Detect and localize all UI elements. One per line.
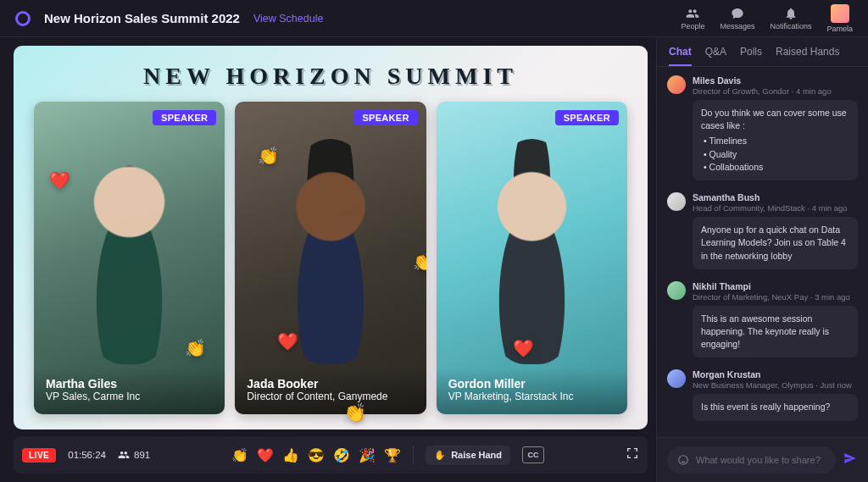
tab-polls[interactable]: Polls [740,46,762,66]
chat-text: Do you think we can cover some use cases… [701,108,847,130]
nav-label: Notifications [770,22,811,30]
stage-controls: LIVE 01:56:24 891 👏 ❤️ 👍 😎 🤣 🎉 🏆 [14,436,648,474]
reaction-cool[interactable]: 😎 [308,447,325,463]
reaction-trophy[interactable]: 🏆 [384,447,401,463]
fullscreen-button[interactable] [626,446,639,463]
smile-icon [677,454,689,466]
reaction-clap[interactable]: 👏 [231,447,248,463]
chat-message: Morgan Krustan New Business Manager, Oly… [667,369,858,420]
nav-notifications[interactable]: Notifications [770,7,811,30]
chat-author: Nikhil Thampi [693,281,751,291]
chat-bubble: Is this event is really happening? [693,394,858,420]
chat-meta: Head of Community, MindStack · 4 min ago [693,203,858,213]
tab-raised-hands[interactable]: Raised Hands [776,46,839,66]
heart-icon: ❤️ [49,170,70,191]
nav-label: Messages [720,22,754,30]
attendee-count: 891 [118,449,150,461]
speaker-badge: SPEAKER [153,110,216,125]
fullscreen-icon [626,446,639,460]
avatar [667,369,686,388]
send-button[interactable] [843,451,858,469]
chat-author: Samantha Bush [693,192,760,202]
speaker-portrait [72,139,186,364]
tab-qa[interactable]: Q&A [705,46,726,66]
top-bar: New Horizon Sales Summit 2022 View Sched… [0,0,868,37]
chat-input-wrapper[interactable] [667,446,836,474]
event-title: New Horizon Sales Summit 2022 [44,11,240,25]
hand-icon: ✋ [434,450,446,461]
live-badge: LIVE [22,448,56,463]
speaker-tile[interactable]: SPEAKER 👏 ❤️ 👏 Jada Booker Director of C… [235,102,426,414]
chat-message: Nikhil Thampi Director of Marketing, Neu… [667,281,858,358]
speaker-badge: SPEAKER [353,110,417,125]
chat-bullet: Timelines [704,135,849,147]
chat-bubble: Anyone up for a quick chat on Data Learn… [693,217,858,269]
avatar [667,281,686,300]
speaker-role: VP Marketing, Starstack Inc [448,391,615,402]
avatar [831,4,849,23]
speaker-name: Gordon Miller [448,377,615,391]
raise-hand-button[interactable]: ✋ Raise Hand [426,446,510,465]
chat-bubble: Do you think we can cover some use cases… [693,100,858,180]
chat-input-row [657,437,868,482]
session-timer: 01:56:24 [68,450,106,460]
chat-author: Miles Davis [693,75,741,86]
nav-user[interactable]: Pamela [826,4,853,33]
speaker-role: Director of Content, Ganymede [247,391,414,402]
chat-bubble: This is an awesome session happening. Th… [693,306,858,358]
chat-meta: Director of Growth, Gondor · 4 min ago [693,86,858,96]
video-stage: NEW HORIZON SUMMIT SPEAKER ❤️ 👏 Martha G… [14,46,648,429]
chat-message: Miles Davis Director of Growth, Gondor ·… [667,75,858,180]
nav-label: People [681,22,704,30]
speaker-tile[interactable]: SPEAKER ❤️ Gordon Miller VP Marketing, S… [437,102,627,414]
chat-meta: New Business Manager, Olympus · Just now [693,380,858,390]
avatar [667,192,686,211]
chat-message: Samantha Bush Head of Community, MindSta… [667,192,858,269]
reaction-laugh[interactable]: 🤣 [333,447,350,463]
clap-icon: 👏 [258,146,279,166]
svg-point-0 [679,456,688,465]
chat-list[interactable]: Miles Davis Director of Growth, Gondor ·… [657,67,868,437]
people-icon [118,449,130,461]
chat-bullet: Collaboations [704,161,849,174]
speaker-portrait [273,139,387,364]
chat-meta: Director of Marketing, NeuX Pay · 3 min … [693,292,858,302]
bell-icon [784,7,798,20]
divider [413,446,414,464]
chat-input[interactable] [696,455,826,465]
chat-bullet: Quality [704,148,849,161]
tab-chat[interactable]: Chat [669,46,692,66]
speaker-name: Martha Giles [46,377,213,391]
speaker-role: VP Sales, Carme Inc [46,391,213,402]
sidebar: Chat Q&A Polls Raised Hands Miles Davis … [656,37,868,482]
reaction-heart[interactable]: ❤️ [257,447,274,463]
speaker-portrait [475,139,589,364]
brand-logo-icon [15,11,31,26]
reaction-party[interactable]: 🎉 [359,447,376,463]
chat-bubble-icon [731,7,744,20]
speaker-tile[interactable]: SPEAKER ❤️ 👏 Martha Giles VP Sales, Carm… [34,102,225,414]
stage-banner: NEW HORIZON SUMMIT [14,46,648,95]
raise-hand-label: Raise Hand [451,450,502,460]
send-icon [843,451,858,466]
reaction-thumbs-up[interactable]: 👍 [282,447,299,463]
closed-captions-button[interactable]: CC [522,446,544,463]
chat-author: Morgan Krustan [693,369,761,380]
clap-icon: 👏 [413,252,426,272]
clap-icon: 👏 [185,338,206,358]
speaker-name: Jada Booker [247,377,414,391]
sidebar-tabs: Chat Q&A Polls Raised Hands [657,37,868,67]
reaction-bar: 👏 ❤️ 👍 😎 🤣 🎉 🏆 [231,447,401,463]
people-icon [686,7,699,20]
view-schedule-link[interactable]: View Schedule [253,13,323,25]
nav-messages[interactable]: Messages [720,7,754,30]
nav-label: Pamela [826,25,853,33]
avatar [667,75,686,94]
speaker-badge: SPEAKER [555,110,619,125]
attendee-number: 891 [134,450,150,460]
nav-people[interactable]: People [681,7,704,30]
